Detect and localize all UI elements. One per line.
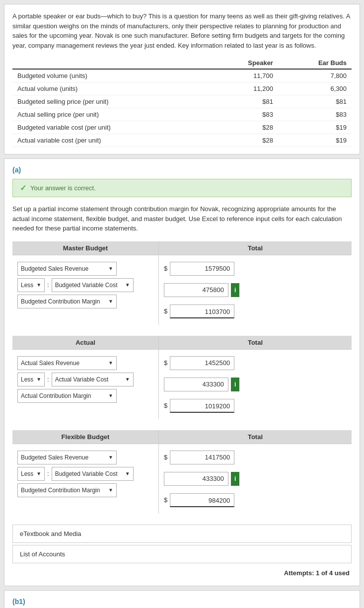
- actual-left-col: Actual Actual Sales Revenue ▼ Less ▼ :: [12, 336, 159, 419]
- master-right-body: $ 1579500 475800 i $ 1103700: [159, 255, 352, 325]
- master-info-button[interactable]: i: [231, 283, 239, 297]
- master-variable-cost-dropdown[interactable]: Budgeted Variable Cost ▼: [52, 278, 134, 292]
- actual-left-body: Actual Sales Revenue ▼ Less ▼ : Actual V…: [12, 350, 158, 409]
- actual-row2: Less ▼ : Actual Variable Cost ▼: [17, 373, 153, 386]
- col-header-earbuds: Ear Buds: [278, 57, 352, 69]
- flexible-variable-cost-dropdown[interactable]: Budgeted Variable Cost ▼: [52, 467, 134, 481]
- dollar-2: $: [164, 307, 167, 315]
- row-label: Actual variable cost (per unit): [12, 134, 211, 147]
- row-speaker: $28: [211, 134, 278, 147]
- master-less-dropdown[interactable]: Less ▼: [17, 278, 45, 292]
- dollar-6: $: [164, 496, 167, 504]
- actual-info-button[interactable]: i: [231, 378, 239, 391]
- actual-sales-value[interactable]: 1452500: [170, 356, 234, 370]
- flexible-variable-cost-value[interactable]: 433300: [164, 472, 228, 486]
- master-budget-right-col: Total $ 1579500 475800 i $ 1103: [159, 241, 352, 325]
- flexible-row1: Budgeted Sales Revenue ▼: [17, 451, 153, 464]
- flexible-value-row2: 433300 i: [164, 472, 347, 486]
- flexible-budget-block: Flexible Budget Budgeted Sales Revenue ▼…: [12, 430, 352, 514]
- actual-row1: Actual Sales Revenue ▼: [17, 356, 153, 370]
- dollar-5: $: [164, 454, 167, 461]
- caret-icon: ▼: [108, 266, 113, 271]
- dollar-4: $: [164, 402, 167, 409]
- flexible-variable-cost-label: Budgeted Variable Cost: [55, 470, 118, 477]
- master-sales-value[interactable]: 1579500: [170, 262, 234, 276]
- colon-separator: :: [47, 281, 49, 289]
- flexible-value-row3: $ 984200: [164, 493, 347, 507]
- caret-icon-4: ▼: [108, 299, 113, 304]
- table-row: Actual volume (units) 11,200 6,300: [12, 82, 352, 95]
- section-a-card: (a) ✓ Your answer is correct. Set up a p…: [4, 158, 360, 586]
- etextbook-link[interactable]: eTextbook and Media: [12, 525, 352, 543]
- actual-less-dropdown[interactable]: Less ▼: [17, 373, 45, 386]
- table-row: Budgeted variable cost (per unit) $28 $1…: [12, 121, 352, 134]
- flexible-sales-revenue-dropdown[interactable]: Budgeted Sales Revenue ▼: [17, 451, 117, 464]
- row-speaker: $81: [211, 95, 278, 108]
- flexible-right-col: Total $ 1417500 433300 i $ 984200: [159, 430, 352, 514]
- col-header-speaker: Speaker: [211, 57, 278, 69]
- master-sales-revenue-dropdown[interactable]: Budgeted Sales Revenue ▼: [17, 262, 117, 276]
- check-icon: ✓: [20, 183, 26, 193]
- row-speaker: $83: [211, 108, 278, 121]
- master-budget-block: Master Budget Budgeted Sales Revenue ▼ L…: [12, 241, 352, 325]
- row-label: Budgeted volume (units): [12, 69, 211, 82]
- dollar-1: $: [164, 265, 167, 272]
- flexible-sales-value[interactable]: 1417500: [170, 451, 234, 464]
- actual-right-col: Total $ 1452500 433300 i $ 1019200: [159, 336, 352, 419]
- correct-message: Your answer is correct.: [30, 184, 96, 192]
- actual-less-label: Less: [21, 376, 33, 383]
- data-table: Speaker Ear Buds Budgeted volume (units)…: [12, 57, 352, 147]
- intro-section: A portable speaker or ear buds—which to …: [4, 4, 360, 154]
- row-speaker: 11,200: [211, 82, 278, 95]
- table-row: Actual selling price (per unit) $83 $83: [12, 108, 352, 121]
- master-contribution-margin-dropdown[interactable]: Budgeted Contribution Margin ▼: [17, 295, 117, 308]
- row-earbuds: $19: [278, 134, 352, 147]
- actual-variable-cost-label: Actual Variable Cost: [55, 376, 109, 383]
- table-row: Actual variable cost (per unit) $28 $19: [12, 134, 352, 147]
- row-label: Budgeted selling price (per unit): [12, 95, 211, 108]
- row-earbuds: 6,300: [278, 82, 352, 95]
- row-label: Budgeted variable cost (per unit): [12, 121, 211, 134]
- flexible-less-label: Less: [21, 470, 33, 477]
- actual-contribution-margin-dropdown[interactable]: Actual Contribution Margin ▼: [17, 389, 117, 403]
- actual-variable-cost-value[interactable]: 433300: [164, 378, 228, 391]
- row-earbuds: $81: [278, 95, 352, 108]
- flexible-contribution-value[interactable]: 984200: [170, 493, 234, 507]
- master-row3: Budgeted Contribution Margin ▼: [17, 295, 153, 308]
- actual-contribution-value[interactable]: 1019200: [170, 399, 234, 413]
- caret-icon-7: ▼: [125, 377, 130, 382]
- flexible-total-title: Total: [159, 430, 352, 444]
- master-contribution-value[interactable]: 1103700: [170, 304, 234, 318]
- col-header-label: [12, 57, 211, 69]
- correct-banner: ✓ Your answer is correct.: [12, 179, 352, 197]
- flexible-left-col: Flexible Budget Budgeted Sales Revenue ▼…: [12, 430, 159, 514]
- attempts-label: Attempts: 1 of 4 used: [12, 567, 352, 579]
- flexible-info-button[interactable]: i: [231, 472, 239, 486]
- dollar-3: $: [164, 359, 167, 367]
- actual-row3: Actual Contribution Margin ▼: [17, 389, 153, 403]
- actual-sales-revenue-dropdown[interactable]: Actual Sales Revenue ▼: [17, 356, 117, 370]
- master-budget-left-col: Master Budget Budgeted Sales Revenue ▼ L…: [12, 241, 159, 325]
- intro-text: A portable speaker or ear buds—which to …: [12, 11, 352, 50]
- flexible-contribution-margin-label: Budgeted Contribution Margin: [21, 487, 100, 494]
- flexible-row3: Budgeted Contribution Margin ▼: [17, 483, 153, 497]
- instruction-text: Set up a partial income statement throug…: [12, 204, 352, 233]
- row-speaker: 11,700: [211, 69, 278, 82]
- flexible-row2: Less ▼ : Budgeted Variable Cost ▼: [17, 467, 153, 481]
- list-accounts-link[interactable]: List of Accounts: [12, 545, 352, 563]
- flexible-contribution-margin-dropdown[interactable]: Budgeted Contribution Margin ▼: [17, 483, 117, 497]
- actual-variable-cost-dropdown[interactable]: Actual Variable Cost ▼: [52, 373, 134, 386]
- row-earbuds: $19: [278, 121, 352, 134]
- caret-icon-6: ▼: [36, 377, 41, 382]
- master-row2: Less ▼ : Budgeted Variable Cost ▼: [17, 278, 153, 292]
- row-speaker: $28: [211, 121, 278, 134]
- row-label: Actual selling price (per unit): [12, 108, 211, 121]
- colon-separator-2: :: [47, 376, 49, 383]
- actual-contribution-margin-label: Actual Contribution Margin: [21, 392, 91, 399]
- flexible-less-dropdown[interactable]: Less ▼: [17, 467, 45, 481]
- caret-icon-11: ▼: [125, 471, 130, 476]
- master-value-row3: $ 1103700: [164, 304, 347, 318]
- master-variable-cost-label: Budgeted Variable Cost: [55, 282, 118, 289]
- master-variable-cost-value[interactable]: 475800: [164, 283, 228, 297]
- master-budget-title: Master Budget: [12, 241, 158, 255]
